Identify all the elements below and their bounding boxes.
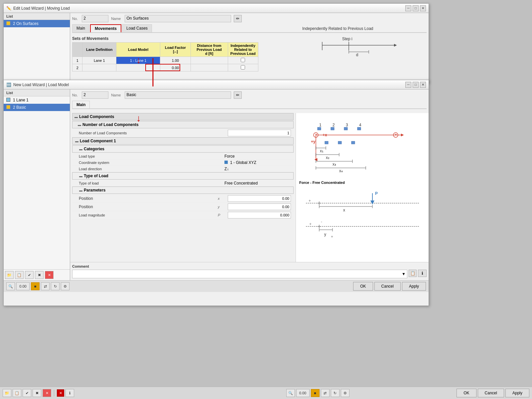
tree-icon-comp1[interactable]: ▬: [75, 139, 78, 143]
bottom-window-title: New Load Wizard | Load Model: [13, 82, 69, 87]
row1-independent[interactable]: [228, 57, 258, 64]
load-type-row: Load type Force: [72, 153, 294, 160]
tree-icon-num[interactable]: ▬: [78, 123, 81, 127]
tree-icon-load-comp[interactable]: ▬: [74, 115, 78, 119]
apply-button-main[interactable]: Apply: [402, 282, 426, 291]
row2-distance: [191, 64, 228, 71]
svg-rect-11: [318, 127, 321, 130]
number-of-components-input[interactable]: [228, 130, 291, 136]
number-of-components-row: Number of Load Components: [72, 129, 294, 137]
bottom-close-button[interactable]: ✕: [420, 82, 426, 88]
top-maximize-button[interactable]: □: [413, 5, 419, 11]
toolbar-zero[interactable]: 0.00: [16, 282, 30, 290]
global-toolbar-delete[interactable]: ✕: [43, 389, 51, 397]
tab-load-cases[interactable]: Load Cases: [122, 24, 152, 32]
bottom-left-panel-toolbar: 📁 📋 ✔ ✖ ✕: [4, 269, 70, 280]
load-direction-value: Z↓: [224, 167, 291, 171]
col-independent: IndependentlyRelated toPrevious Load: [228, 43, 258, 57]
toolbar-settings[interactable]: ⚙: [61, 282, 69, 290]
cross-button[interactable]: ✖: [35, 271, 44, 279]
top-right-panel: No. 2 Name On Surfaces ✏ Main Movements …: [70, 13, 429, 83]
number-section-header: ▬ Number of Load Components: [72, 121, 294, 128]
bottom-list-item-lane1[interactable]: 1 Lane 1: [4, 96, 70, 104]
add-item-button[interactable]: 📁: [5, 271, 14, 279]
bottom-name-value: Basic: [126, 92, 136, 97]
top-edit-button[interactable]: ✏: [234, 15, 242, 22]
svg-text:x₁: x₁: [320, 149, 324, 153]
position-x-input[interactable]: [228, 195, 291, 202]
tree-icon-type[interactable]: ▬: [79, 174, 82, 178]
global-toolbar-add[interactable]: 📁: [3, 389, 11, 397]
toolbar-rotate[interactable]: ↻: [51, 282, 60, 290]
comment-input-field[interactable]: ▼: [72, 270, 407, 278]
ok-button-main[interactable]: OK: [353, 282, 373, 291]
toolbar-yellow-sq[interactable]: ■: [31, 282, 40, 290]
top-list-item-on-surfaces[interactable]: 2 On Surfaces: [4, 20, 70, 27]
load-type-value: Force: [224, 154, 291, 159]
global-toolbar-info[interactable]: ℹ: [66, 389, 74, 397]
basic-icon: [6, 105, 11, 110]
svg-text:x₃: x₃: [332, 162, 336, 167]
global-toolbar-copy[interactable]: 📋: [13, 389, 21, 397]
independently-title: Independently Related to Previous Load: [302, 26, 429, 31]
svg-text:P: P: [375, 191, 378, 196]
number-of-components-value: [224, 130, 291, 136]
cancel-button-global[interactable]: Cancel: [478, 389, 504, 397]
global-toolbar-red-icon[interactable]: ✕: [57, 389, 64, 397]
copy-item-button[interactable]: 📋: [15, 271, 24, 279]
tab-movements[interactable]: Movements: [90, 24, 121, 32]
toolbar-search[interactable]: 🔍: [6, 282, 15, 290]
global-toolbar-check[interactable]: ✔: [23, 389, 31, 397]
yellow-square-icon: [6, 21, 10, 25]
top-name-value: On Surfaces: [126, 16, 149, 21]
row1-load-model[interactable]: 1 - Lane 1: [116, 57, 160, 64]
cancel-button-main[interactable]: Cancel: [374, 282, 401, 291]
global-toolbar-cross[interactable]: ✖: [33, 389, 41, 397]
global-toolbar-arrows2[interactable]: ⇄: [321, 389, 330, 397]
svg-text:+: +: [395, 132, 397, 137]
bottom-maximize-button[interactable]: □: [413, 82, 419, 88]
bottom-edit-button[interactable]: ✏: [234, 91, 242, 99]
position-x-row: Position x: [72, 195, 294, 203]
comment-info-button[interactable]: ℹ: [418, 270, 427, 277]
d-label-text: d: [356, 53, 358, 57]
bottom-minimize-button[interactable]: ─: [405, 82, 411, 88]
position-y-input[interactable]: [228, 203, 291, 210]
top-close-button[interactable]: ✕: [420, 5, 426, 11]
coord-system-value: 1 - Global XYZ: [224, 160, 291, 165]
bottom-list-item-basic[interactable]: 2 Basic: [4, 104, 70, 111]
svg-text:+y: +y: [311, 139, 316, 144]
load-direction-row: Load direction Z↓: [72, 166, 294, 172]
toolbar-arrows[interactable]: ⇄: [41, 282, 50, 290]
row2-independent[interactable]: [228, 64, 258, 71]
row1-independent-checkbox[interactable]: [241, 58, 245, 62]
global-toolbar-search2[interactable]: 🔍: [286, 389, 295, 397]
global-toolbar-yellow2[interactable]: ■: [311, 389, 320, 397]
tab-main-bottom[interactable]: Main: [72, 101, 90, 108]
comment-dropdown-arrow[interactable]: ▼: [402, 272, 406, 276]
top-left-panel: List 2 On Surfaces: [4, 13, 70, 83]
row2-independent-checkbox[interactable]: [241, 65, 245, 69]
global-toolbar-zero2[interactable]: 0.00: [296, 389, 310, 397]
lane1-icon: [6, 98, 11, 102]
comment-edit-button[interactable]: 📋: [409, 270, 417, 277]
load-mag-input[interactable]: [228, 212, 291, 218]
type-of-load-header: ▬ Type of Load: [72, 172, 294, 180]
toolbar-separator: [54, 390, 54, 396]
bottom-left-panel: List 1 Lane 1 2 Basic 📁 📋 ✔ ✖ ✕: [4, 89, 70, 280]
check-button[interactable]: ✔: [25, 271, 34, 279]
apply-button-global[interactable]: Apply: [505, 389, 529, 397]
global-toolbar-rotate2[interactable]: ↻: [331, 389, 339, 397]
tab-main-top[interactable]: Main: [72, 24, 89, 32]
load-comp1-header: ▬ Load Component 1: [72, 137, 294, 145]
top-minimize-button[interactable]: ─: [405, 5, 411, 11]
tree-icon-cat[interactable]: ▬: [79, 147, 82, 151]
tree-icon-params[interactable]: ▬: [79, 189, 82, 192]
edit-load-wizard-window: ✏️ Edit Load Wizard | Moving Load ─ □ ✕ …: [3, 3, 429, 83]
ok-button-global[interactable]: OK: [457, 389, 476, 397]
svg-text:+: +: [315, 132, 317, 137]
svg-rect-13: [344, 127, 347, 130]
global-toolbar-settings2[interactable]: ⚙: [341, 389, 349, 397]
svg-text:y: y: [324, 232, 326, 237]
delete-button[interactable]: ✕: [45, 271, 54, 279]
